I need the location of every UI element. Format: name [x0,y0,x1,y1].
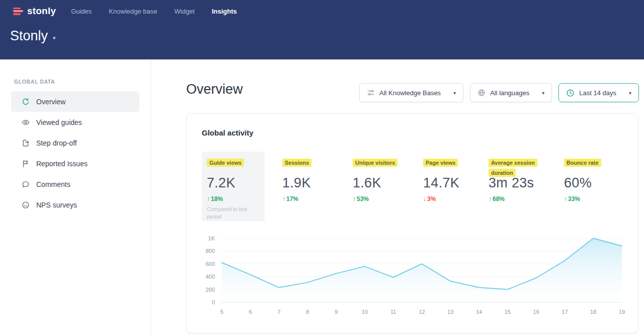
comment-icon [22,180,30,188]
svg-text:11: 11 [390,309,396,315]
metric-value: 7.2K [207,175,260,191]
svg-text:200: 200 [206,287,215,293]
svg-text:19: 19 [619,309,625,315]
stonly-logo-icon [13,8,23,15]
clock-icon [566,89,575,97]
metric-value: 14.7K [423,175,459,191]
svg-text:7: 7 [278,309,281,315]
sidebar-section-label: GLOBAL DATA [14,79,150,85]
metric-change: ↑17% [282,195,311,203]
trend-up-icon: ↑ [353,195,356,203]
date-range-value: Last 14 days [579,89,616,97]
svg-text:18: 18 [590,309,596,315]
chevron-down-icon[interactable]: ▾ [53,35,56,41]
svg-text:9: 9 [335,309,338,315]
metric-label: Guide views [207,159,244,167]
metric-label: Unique visitors [353,159,397,167]
metric-guide-views[interactable]: Guide views 7.2K ↑18% Compared to last p… [202,152,265,221]
trend-up-icon: ↑ [282,195,285,203]
svg-text:6: 6 [249,309,252,315]
main-content: Overview All Knowledge Bases ▾ All langu… [151,59,644,336]
document-arrow-icon [22,139,30,147]
chevron-down-icon: ▾ [629,90,631,96]
metric-average-session-duration[interactable]: Average session duration 3m 23s ↑68% [484,152,547,203]
global-activity-card: Global activity Guide views 7.2K ↑18% Co… [186,113,638,333]
nav-widget[interactable]: Widget [175,8,195,15]
chevron-down-icon: ▾ [453,90,456,96]
sidebar-item-label: Step drop-off [36,139,77,147]
metric-label: Page views [423,159,458,167]
svg-text:14: 14 [476,309,482,315]
filters-bar: All Knowledge Bases ▾ All languages ▾ La… [359,83,639,102]
metric-unique-visitors[interactable]: Unique visitors 1.6K ↑53% [348,152,403,203]
metric-change: ↑33% [564,195,601,203]
metric-change: ↑18% [207,195,260,203]
eye-icon [22,118,30,126]
sidebar-item-step-drop-off[interactable]: Step drop-off [11,132,139,153]
sync-icon [22,98,30,106]
nav-knowledge-base[interactable]: Knowledge base [109,8,157,15]
workspace-title[interactable]: Stonly [10,28,48,44]
metric-page-views[interactable]: Page views 14.7K ↓3% [418,152,464,203]
metric-change: ↑68% [489,195,542,203]
svg-text:0: 0 [212,299,215,305]
sidebar-item-label: Comments [36,180,70,188]
primary-nav: Guides Knowledge base Widget Insights [71,8,237,15]
svg-text:8: 8 [306,309,309,315]
svg-text:5: 5 [220,309,223,315]
globe-icon [477,89,486,97]
metric-value: 1.6K [353,175,397,191]
chevron-down-icon: ▾ [542,90,544,96]
metric-value: 1.9K [282,175,311,191]
sidebar-item-nps-surveys[interactable]: NPS surveys [11,194,139,215]
svg-text:400: 400 [206,274,215,280]
sidebar-item-comments[interactable]: Comments [11,174,139,194]
metric-label: Bounce rate [564,159,601,167]
workspace-selector[interactable]: Stonly ▾ [10,28,644,44]
global-activity-chart: 02004006008001K5678910111213141516171819 [187,233,629,319]
date-range-dropdown[interactable]: Last 14 days ▾ [558,83,639,102]
languages-value: All languages [490,89,529,97]
knowledge-bases-value: All Knowledge Bases [379,89,441,97]
sidebar-item-label: NPS surveys [36,201,77,209]
metric-sessions[interactable]: Sessions 1.9K ↑17% [277,152,316,203]
stonly-logo[interactable]: stonly [13,6,56,17]
sliders-icon [367,89,375,97]
svg-text:800: 800 [206,248,215,254]
logo-text: stonly [27,6,56,17]
sidebar-item-label: Viewed guides [36,118,82,126]
nav-guides[interactable]: Guides [71,8,92,15]
nav-insights[interactable]: Insights [212,8,237,15]
top-navbar: stonly Guides Knowledge base Widget Insi… [0,0,644,17]
sidebar-item-overview[interactable]: Overview [11,91,139,112]
trend-up-icon: ↑ [564,195,567,203]
page-title: Overview [186,82,243,97]
flag-icon [22,160,30,168]
trend-down-icon: ↓ [423,195,426,203]
sidebar-item-viewed-guides[interactable]: Viewed guides [11,112,139,132]
svg-text:17: 17 [561,309,568,315]
svg-text:10: 10 [362,309,368,315]
metric-note: Compared to last period [207,206,254,220]
metric-label: Average session duration [489,159,537,177]
metric-change: ↓3% [423,195,459,203]
metric-value: 60% [564,175,601,191]
sidebar-item-reported-issues[interactable]: Reported Issues [11,153,139,174]
svg-text:12: 12 [419,309,425,315]
metric-bounce-rate[interactable]: Bounce rate 60% ↑33% [559,152,606,203]
languages-dropdown[interactable]: All languages ▾ [470,83,552,102]
top-header: stonly Guides Knowledge base Widget Insi… [0,0,644,59]
svg-text:16: 16 [533,309,539,315]
knowledge-bases-dropdown[interactable]: All Knowledge Bases ▾ [359,83,463,102]
sidebar: GLOBAL DATA Overview Viewed guides Step … [0,59,151,336]
sidebar-item-label: Reported Issues [36,160,88,168]
svg-text:13: 13 [447,309,453,315]
svg-text:600: 600 [206,261,215,267]
svg-text:1K: 1K [208,235,215,241]
metric-change: ↑53% [353,195,397,203]
card-title: Global activity [202,128,254,137]
sidebar-item-label: Overview [36,98,65,106]
smiley-icon [22,201,30,209]
svg-text:15: 15 [505,309,511,315]
trend-up-icon: ↑ [207,195,210,203]
